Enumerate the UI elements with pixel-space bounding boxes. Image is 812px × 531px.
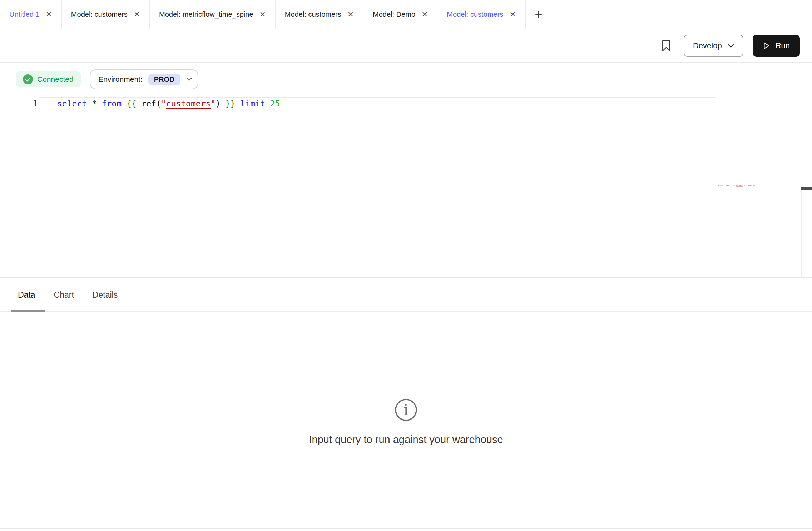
tab-data[interactable]: Data xyxy=(18,290,35,300)
environment-label: Environment: xyxy=(98,75,143,84)
code-token xyxy=(122,99,127,108)
connection-status-label: Connected xyxy=(37,75,74,84)
develop-button[interactable]: Develop xyxy=(684,35,743,57)
window-bottom-border xyxy=(0,528,812,529)
svg-text:i: i xyxy=(403,401,408,419)
tab-label: Model: customers xyxy=(285,10,341,19)
code-token: limit xyxy=(240,99,265,108)
code-token: from xyxy=(726,185,729,186)
code-token: " xyxy=(211,99,216,108)
code-token: 25 xyxy=(270,99,280,108)
run-label: Run xyxy=(776,41,790,50)
tab-chart[interactable]: Chart xyxy=(54,290,74,300)
close-icon[interactable]: × xyxy=(134,9,140,19)
new-tab-button[interactable]: + xyxy=(526,0,552,29)
bookmark-icon[interactable] xyxy=(662,40,671,52)
connection-status-badge: Connected xyxy=(16,71,81,87)
code-token: {{ xyxy=(127,99,137,108)
code-token: 25 xyxy=(753,185,755,186)
code-token: from xyxy=(102,99,122,108)
results-right-border xyxy=(811,278,811,528)
check-circle-icon xyxy=(23,74,33,84)
tab-untitled-1[interactable]: Untitled 1 × xyxy=(0,0,62,29)
close-icon[interactable]: × xyxy=(348,9,353,19)
editor-tab-bar: Untitled 1 × Model: customers × Model: m… xyxy=(0,0,812,29)
code-token: ) xyxy=(216,99,221,108)
code-token: select xyxy=(57,99,87,108)
ide-window: Untitled 1 × Model: customers × Model: m… xyxy=(0,0,812,531)
code-token: customers xyxy=(166,99,211,108)
code-token: select xyxy=(718,185,723,186)
active-tab-underline xyxy=(11,310,45,312)
code-token: * xyxy=(723,185,726,186)
close-icon[interactable]: × xyxy=(260,9,266,19)
tab-label: Model: customers xyxy=(71,10,128,19)
tab-model-customers-2[interactable]: Model: customers × xyxy=(276,0,363,29)
code-token xyxy=(137,99,142,108)
run-button[interactable]: Run xyxy=(753,35,800,57)
sql-editor[interactable]: 1 select * from {{ ref("customers") }} l… xyxy=(0,90,812,277)
close-icon[interactable]: × xyxy=(46,9,52,19)
empty-state-message: Input query to run against your warehous… xyxy=(0,434,812,446)
tab-label: Model: Demo xyxy=(373,10,415,19)
code-token: ref( xyxy=(141,99,161,108)
results-panel: Data Chart Details i Input query to run … xyxy=(0,277,812,528)
empty-state: i Input query to run against your wareho… xyxy=(0,398,812,446)
results-tab-bar: Data Chart Details xyxy=(0,278,812,312)
chevron-down-icon xyxy=(728,44,734,48)
tab-label: Untitled 1 xyxy=(9,10,40,19)
tab-label: Model: metricflow_time_spine xyxy=(159,10,253,19)
tab-details[interactable]: Details xyxy=(93,290,118,300)
code-token: * xyxy=(87,99,102,108)
develop-label: Develop xyxy=(693,41,722,50)
chevron-down-icon xyxy=(186,78,192,81)
code-token: customers xyxy=(736,185,743,186)
code-token xyxy=(221,99,226,108)
tab-model-metricflow-time-spine[interactable]: Model: metricflow_time_spine × xyxy=(150,0,276,29)
results-tabs-divider xyxy=(0,311,812,312)
editor-scrollbar-thumb[interactable] xyxy=(801,187,812,190)
environment-selector[interactable]: Environment: PROD xyxy=(90,69,198,89)
minimap-code-line: select * from {{ ref("customers") }} lim… xyxy=(718,185,756,186)
tab-model-customers-3[interactable]: Model: customers × xyxy=(437,0,525,29)
code-token: ref( xyxy=(732,185,735,186)
line-number: 1 xyxy=(29,97,38,110)
play-icon xyxy=(763,42,771,50)
code-token: }} xyxy=(226,99,236,108)
toolbar: Develop Run xyxy=(0,29,812,63)
environment-value-chip: PROD xyxy=(148,74,180,85)
code-line[interactable]: select * from {{ ref("customers") }} lim… xyxy=(57,99,280,108)
close-icon[interactable]: × xyxy=(510,9,515,19)
tab-model-customers-1[interactable]: Model: customers × xyxy=(62,0,150,29)
code-token xyxy=(265,99,270,108)
code-token: " xyxy=(161,99,166,108)
editor-minimap[interactable]: select * from {{ ref("customers") }} lim… xyxy=(718,185,757,190)
close-icon[interactable]: × xyxy=(422,9,427,19)
tab-model-demo[interactable]: Model: Demo × xyxy=(363,0,437,29)
code-token: limit xyxy=(748,185,752,186)
tab-label: Model: customers xyxy=(447,10,503,19)
code-token xyxy=(236,99,241,108)
editor-active-line[interactable]: select * from {{ ref("customers") }} lim… xyxy=(39,97,716,110)
info-icon: i xyxy=(394,398,418,423)
